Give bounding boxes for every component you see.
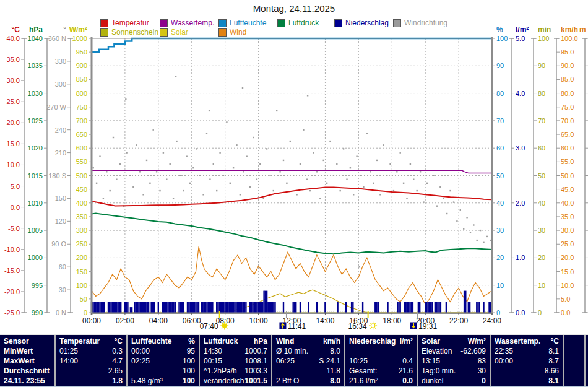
svg-text:25.0: 25.0	[561, 240, 574, 248]
column-name: Niederschlag	[349, 336, 396, 346]
table-cell-row: 8.1	[491, 376, 563, 386]
axis-unit-min: min	[538, 25, 551, 34]
axis-unit-lm2: l/m²	[516, 25, 529, 34]
svg-text:35.0: 35.0	[7, 56, 20, 63]
cell-value: 0	[482, 376, 486, 386]
cell-label: 22:35	[495, 346, 513, 356]
svg-text:14:00: 14:00	[316, 316, 334, 325]
svg-text:50: 50	[496, 172, 504, 180]
svg-text:-15.0: -15.0	[4, 267, 20, 274]
table-row-label: 24.11. 23:55	[0, 376, 54, 386]
column-unit: hPa	[254, 336, 267, 346]
cell-value: 95	[187, 346, 195, 356]
svg-text:04:00: 04:00	[149, 316, 168, 325]
svg-text:500: 500	[76, 172, 87, 180]
cell-value: 83	[478, 356, 486, 366]
axis-unit-deg: °	[63, 25, 66, 34]
table-column-wind: Windkm/hØ 10 min.8.006:25S 24.111.82 Bft…	[271, 335, 344, 386]
svg-text:18:00: 18:00	[383, 316, 401, 325]
cell-label: 00:00	[131, 346, 150, 356]
cell-value: 0.4	[402, 356, 413, 366]
table-header-luftdruck: LuftdruckhPa	[200, 336, 271, 346]
axis-unit-wm2: W/m²	[69, 25, 87, 34]
cell-value: 2.65	[108, 366, 123, 376]
svg-text:85.0: 85.0	[561, 76, 574, 83]
svg-text:1000: 1000	[72, 35, 87, 42]
svg-text:-20.0: -20.0	[4, 288, 20, 295]
column-unit: km/h	[323, 336, 340, 346]
cell-label: 10:25	[349, 356, 368, 366]
table-column-luftfeuchte: Luftfeuchte%00:009502:251001005.48 g/m³1…	[126, 335, 199, 386]
cell-value: 0.3	[112, 346, 123, 356]
svg-text:210: 210	[55, 149, 66, 157]
svg-text:1.0: 1.0	[516, 254, 525, 261]
table-column-empty	[563, 335, 584, 386]
cell-value: 8.7	[548, 356, 559, 366]
svg-text:950: 950	[76, 48, 87, 56]
svg-text:200: 200	[76, 254, 87, 261]
table-cell-row: 1.8	[56, 376, 126, 386]
svg-text:40: 40	[496, 199, 504, 207]
svg-text:90: 90	[538, 62, 545, 69]
table-cell-row: 10:250.4	[345, 356, 417, 366]
svg-text:80: 80	[496, 90, 504, 97]
svg-text:35.0: 35.0	[561, 213, 574, 220]
cell-value: 1001.5	[244, 376, 267, 386]
svg-text:650: 650	[76, 131, 87, 138]
svg-text:1015: 1015	[28, 172, 43, 180]
svg-text:120: 120	[55, 217, 66, 225]
cell-label: 2 Bft O	[276, 376, 299, 386]
cell-value: 8.1	[548, 346, 559, 356]
cell-value: 100	[183, 356, 195, 366]
column-name: Luftdruck	[204, 336, 238, 346]
table-column-wassertemp: Wassertemp.°C22:358.100:008.78.668.1	[490, 335, 563, 386]
table-column-niederschlag: Niederschlagl/m²10:250.4Gesamt:21.621.6 …	[344, 335, 417, 386]
svg-text:100: 100	[538, 35, 549, 42]
table-cell-row: 00:0095	[128, 346, 199, 356]
svg-text:65.0: 65.0	[561, 131, 574, 138]
table-cell-row: 06:25S 24.1	[272, 356, 344, 366]
svg-text:300: 300	[55, 80, 66, 88]
svg-text:0: 0	[84, 309, 87, 316]
cell-label: veränderlich	[204, 376, 244, 386]
svg-text:70.0: 70.0	[561, 117, 574, 124]
grid	[92, 38, 492, 313]
cell-label: Elevation	[422, 346, 452, 356]
svg-text:45.0: 45.0	[561, 186, 574, 193]
svg-text:90 O: 90 O	[51, 240, 66, 248]
svg-text:0.0: 0.0	[516, 309, 525, 316]
table-cell-row: 5.48 g/m³100	[128, 376, 199, 386]
svg-text:10:00: 10:00	[249, 316, 268, 325]
axis-unit-temp_c: °C	[12, 25, 20, 34]
table-header-wassertemp: Wassertemp.°C	[491, 336, 563, 346]
svg-text:2.0: 2.0	[516, 199, 525, 207]
svg-text:1040: 1040	[28, 35, 43, 42]
sunset-icon	[369, 322, 377, 330]
table-cell-row: veränderlich1001.5	[200, 376, 271, 386]
svg-text:10: 10	[538, 282, 545, 289]
column-name: Solar	[422, 336, 440, 346]
sunrise-icon	[220, 322, 228, 330]
svg-text:16:34: 16:34	[348, 322, 367, 331]
cell-value: 1003.3	[244, 366, 267, 376]
cell-value: 21.6	[399, 366, 413, 376]
cell-label: 5.48 g/m³	[131, 376, 163, 386]
svg-text:30: 30	[538, 227, 545, 234]
table-header-niederschlag: Niederschlagl/m²	[345, 336, 417, 346]
svg-text:10.0: 10.0	[7, 161, 20, 168]
cell-label: 01:25	[59, 346, 78, 356]
svg-text:19:31: 19:31	[418, 322, 437, 331]
svg-text:30.0: 30.0	[561, 227, 574, 234]
svg-text:1020: 1020	[28, 144, 43, 152]
svg-text:250: 250	[76, 240, 87, 248]
table-header-wind: Windkm/h	[272, 336, 344, 346]
table-cell-row: dunkel0	[418, 376, 490, 386]
column-name: Luftfeuchte	[131, 336, 171, 346]
cell-value: 0.0	[402, 376, 413, 386]
svg-text:180 S: 180 S	[48, 172, 66, 180]
cell-label: 21.6 l/m²	[349, 376, 378, 386]
svg-text:100: 100	[496, 35, 508, 42]
svg-text:995: 995	[32, 282, 43, 289]
column-name: Wind	[276, 336, 294, 346]
svg-text:1000: 1000	[28, 254, 43, 261]
